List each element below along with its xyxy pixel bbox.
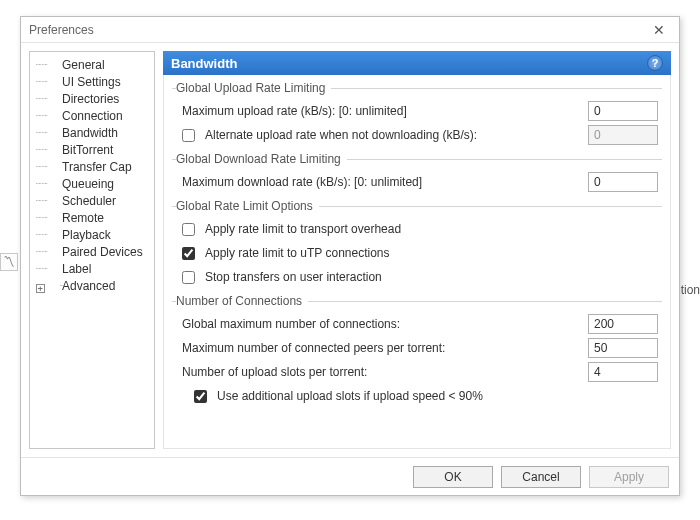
settings-pane: Global Upload Rate Limiting Maximum uplo… (163, 75, 671, 449)
alt-upload-checkbox[interactable] (182, 129, 195, 142)
apply-button[interactable]: Apply (589, 466, 669, 488)
group-download: Global Download Rate Limiting Maximum do… (172, 152, 662, 194)
nav-item-queueing[interactable]: ┈┈Queueing (32, 175, 152, 192)
group-download-legend: Global Download Rate Limiting (176, 152, 347, 166)
group-connections-legend: Number of Connections (176, 294, 308, 308)
nav-item-remote[interactable]: ┈┈Remote (32, 209, 152, 226)
nav-item-paired-devices[interactable]: ┈┈Paired Devices (32, 243, 152, 260)
cancel-button[interactable]: Cancel (501, 466, 581, 488)
nav-item-scheduler[interactable]: ┈┈Scheduler (32, 192, 152, 209)
global-conn-input[interactable] (588, 314, 658, 334)
nav-item-transfer-cap[interactable]: ┈┈Transfer Cap (32, 158, 152, 175)
close-button[interactable]: ✕ (639, 17, 679, 43)
max-download-input[interactable] (588, 172, 658, 192)
nav-item-connection[interactable]: ┈┈Connection (32, 107, 152, 124)
category-tree[interactable]: ┈┈General ┈┈UI Settings ┈┈Directories ┈┈… (29, 51, 155, 449)
nav-item-label[interactable]: ┈┈Label (32, 260, 152, 277)
nav-item-advanced[interactable]: + ┈ Advanced (32, 277, 152, 294)
group-upload: Global Upload Rate Limiting Maximum uplo… (172, 81, 662, 147)
peers-input[interactable] (588, 338, 658, 358)
nav-item-bandwidth[interactable]: ┈┈Bandwidth (32, 124, 152, 141)
close-icon: ✕ (653, 22, 665, 38)
dialog-title: Preferences (29, 23, 94, 37)
utp-label: Apply rate limit to uTP connections (205, 246, 658, 260)
group-upload-legend: Global Upload Rate Limiting (176, 81, 331, 95)
section-title: Bandwidth (171, 56, 237, 71)
titlebar: Preferences ✕ (21, 17, 679, 43)
nav-item-directories[interactable]: ┈┈Directories (32, 90, 152, 107)
overhead-label: Apply rate limit to transport overhead (205, 222, 658, 236)
utp-checkbox[interactable] (182, 247, 195, 260)
help-icon[interactable]: ? (647, 55, 663, 71)
slots-input[interactable] (588, 362, 658, 382)
preferences-dialog: Preferences ✕ ┈┈General ┈┈UI Settings ┈┈… (20, 16, 680, 496)
extra-slots-label: Use additional upload slots if upload sp… (217, 389, 658, 403)
max-upload-input[interactable] (588, 101, 658, 121)
alt-upload-input (588, 125, 658, 145)
nav-item-bittorrent[interactable]: ┈┈BitTorrent (32, 141, 152, 158)
stop-checkbox[interactable] (182, 271, 195, 284)
overhead-checkbox[interactable] (182, 223, 195, 236)
extra-slots-checkbox[interactable] (194, 390, 207, 403)
bg-chart-icon: 〽 (0, 253, 18, 271)
global-conn-label: Global maximum number of connections: (182, 317, 582, 331)
stop-label: Stop transfers on user interaction (205, 270, 658, 284)
expand-icon[interactable]: + (36, 284, 45, 293)
max-upload-label: Maximum upload rate (kB/s): [0: unlimite… (182, 104, 582, 118)
ok-button[interactable]: OK (413, 466, 493, 488)
slots-label: Number of upload slots per torrent: (182, 365, 582, 379)
group-options-legend: Global Rate Limit Options (176, 199, 319, 213)
alt-upload-label: Alternate upload rate when not downloadi… (205, 128, 582, 142)
group-options: Global Rate Limit Options Apply rate lim… (172, 199, 662, 289)
max-download-label: Maximum download rate (kB/s): [0: unlimi… (182, 175, 582, 189)
nav-item-general[interactable]: ┈┈General (32, 56, 152, 73)
group-connections: Number of Connections Global maximum num… (172, 294, 662, 408)
bg-fragment-text: ition (678, 283, 700, 297)
peers-label: Maximum number of connected peers per to… (182, 341, 582, 355)
nav-item-playback[interactable]: ┈┈Playback (32, 226, 152, 243)
nav-item-ui-settings[interactable]: ┈┈UI Settings (32, 73, 152, 90)
dialog-footer: OK Cancel Apply (21, 457, 679, 495)
section-header: Bandwidth ? (163, 51, 671, 75)
